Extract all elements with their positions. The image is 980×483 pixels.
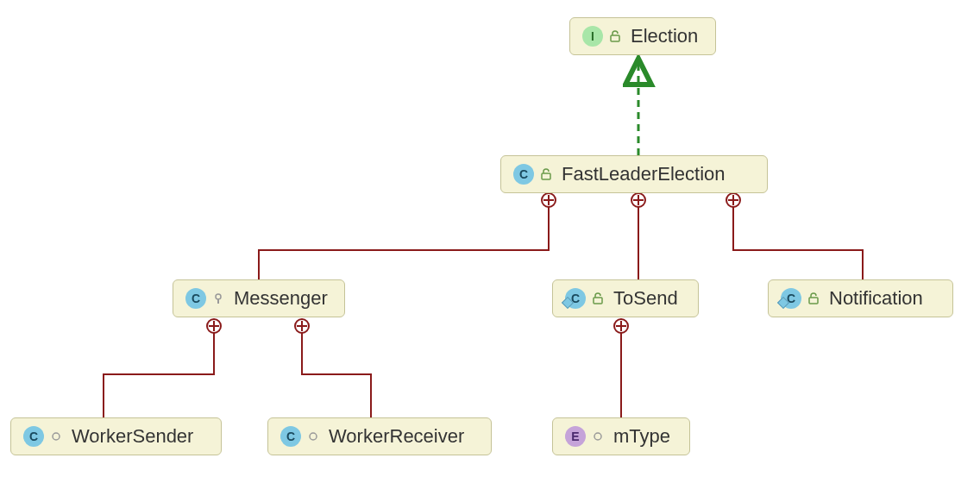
class-icon: C (185, 288, 206, 309)
containment-marker (207, 319, 221, 333)
containment-marker (295, 319, 309, 333)
connector-layer (0, 0, 980, 483)
default-visibility-icon (591, 430, 605, 443)
node-label: Election (631, 25, 698, 47)
svg-rect-15 (217, 299, 219, 304)
svg-rect-16 (594, 298, 602, 304)
node-label: ToSend (613, 287, 678, 310)
enum-icon: E (565, 426, 586, 447)
default-visibility-icon (49, 430, 63, 443)
node-label: mType (613, 425, 670, 448)
edge-contain-workerreceiver (302, 333, 371, 417)
public-visibility-icon (591, 292, 605, 305)
class-icon: C (513, 164, 534, 185)
node-label: WorkerSender (72, 425, 193, 448)
package-visibility-icon (211, 292, 225, 305)
containment-marker (726, 193, 740, 207)
containment-marker (614, 319, 628, 333)
svg-rect-13 (542, 173, 550, 179)
svg-rect-17 (809, 298, 818, 304)
node-label: WorkerReceiver (329, 425, 464, 448)
edge-contain-messenger (259, 207, 549, 279)
node-workerreceiver[interactable]: C WorkerReceiver (267, 417, 492, 455)
edge-contain-workersender (104, 333, 214, 417)
public-visibility-icon (539, 167, 553, 181)
default-visibility-icon (306, 430, 320, 443)
node-fastleaderelection[interactable]: C FastLeaderElection (500, 155, 768, 193)
node-tosend[interactable]: C ToSend (552, 279, 699, 317)
svg-point-14 (216, 294, 221, 299)
svg-point-20 (594, 433, 601, 440)
node-messenger[interactable]: C Messenger (173, 279, 345, 317)
node-workersender[interactable]: C WorkerSender (10, 417, 222, 455)
svg-point-19 (310, 433, 317, 440)
node-label: Notification (829, 287, 923, 310)
edge-contain-notification (733, 207, 863, 279)
interface-icon: I (582, 26, 603, 47)
node-label: Messenger (234, 287, 328, 310)
public-visibility-icon (608, 29, 622, 43)
class-icon: C (23, 426, 44, 447)
public-visibility-icon (807, 292, 820, 305)
class-icon: C (280, 426, 301, 447)
svg-rect-12 (611, 35, 619, 41)
containment-marker (542, 193, 556, 207)
node-election[interactable]: I Election (569, 17, 716, 55)
node-notification[interactable]: C Notification (768, 279, 953, 317)
node-mtype[interactable]: E mType (552, 417, 690, 455)
node-label: FastLeaderElection (562, 163, 726, 185)
svg-point-18 (53, 433, 60, 440)
containment-marker (631, 193, 645, 207)
